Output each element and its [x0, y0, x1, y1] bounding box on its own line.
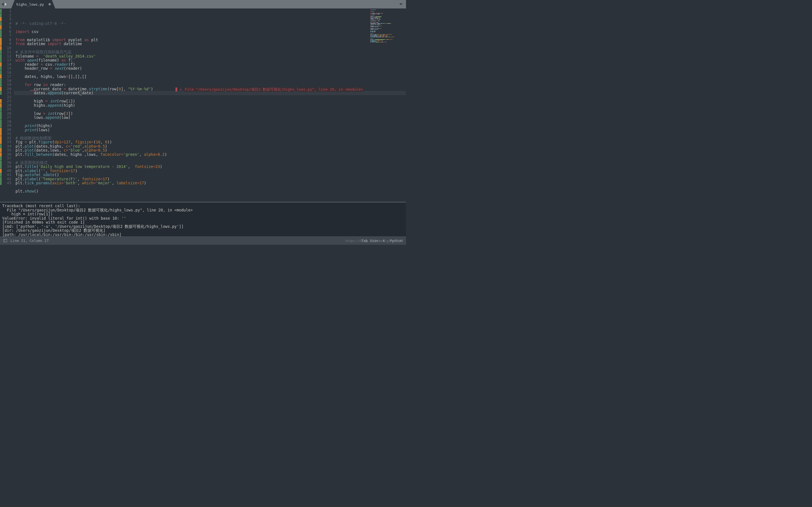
gutter[interactable]: 1234567891011121314151617181920212223242… [0, 8, 14, 202]
code-line[interactable]: from matplotlib import pyplot as plt [15, 38, 406, 42]
code-line[interactable]: low = int(row[3]) [15, 112, 406, 116]
gutter-line[interactable]: 29 [0, 124, 11, 128]
gutter-line[interactable]: 31 [0, 132, 11, 136]
code-line[interactable] [15, 95, 406, 99]
gutter-line[interactable]: 5 [0, 25, 11, 30]
code-line[interactable]: # 设置图形的格式 [15, 161, 406, 165]
gutter-line[interactable]: 34 [0, 144, 11, 149]
gutter-line[interactable]: 7 [0, 34, 11, 38]
gutter-line[interactable]: 8 [0, 38, 11, 42]
code-line[interactable]: for row in reader: [15, 83, 406, 87]
code-line[interactable] [15, 107, 406, 112]
gutter-line[interactable]: 4 [0, 21, 11, 26]
gutter-line[interactable]: 12 [0, 54, 11, 58]
status-position[interactable]: Line 21, Column 27 [10, 238, 49, 243]
code-area[interactable]: # -*- coding:utf-8 -*- import csv from m… [14, 8, 406, 202]
editor[interactable]: 1234567891011121314151617181920212223242… [0, 8, 406, 202]
gutter-line[interactable]: 19 [0, 83, 11, 87]
gutter-line[interactable]: 37 [0, 156, 11, 161]
code-line[interactable]: # 根据数据绘制图形 [15, 136, 406, 140]
code-line[interactable]: filename = 'death_valley_2014.csv' [15, 54, 406, 58]
code-line[interactable]: plt.title('Daily high and low temperatur… [15, 165, 406, 169]
code-line[interactable]: dates, highs, lows=[],[],[] [15, 74, 406, 79]
gutter-line[interactable]: 16 [0, 70, 11, 75]
code-line[interactable] [15, 25, 406, 30]
code-line[interactable]: lows.append(low) [15, 115, 406, 120]
token: [],[],[] [68, 74, 86, 79]
code-line[interactable]: print(lows) [15, 128, 406, 132]
file-tab[interactable]: highs_lows.py [11, 0, 55, 8]
nav-forward-icon[interactable] [5, 3, 7, 6]
token: (dates, highs ,lows, [52, 152, 101, 157]
code-line[interactable]: header_row = next(reader) [15, 66, 406, 70]
gutter-line[interactable]: 10 [0, 46, 11, 50]
code-line[interactable] [15, 70, 406, 75]
gutter-line[interactable]: 15 [0, 66, 11, 70]
code-line[interactable]: plt.tick_params(axis='both', which='majo… [15, 181, 406, 185]
panel-toggle-icon[interactable] [3, 239, 7, 242]
gutter-line[interactable]: 30 [0, 128, 11, 132]
gutter-line[interactable]: 40 [0, 169, 11, 173]
code-line[interactable]: reader = csv.reader(f) [15, 62, 406, 67]
token: csv [29, 30, 39, 34]
gutter-line[interactable]: 11 [0, 50, 11, 54]
code-line[interactable] [15, 79, 406, 83]
code-line[interactable]: plt.plot(dates,highs, c='red',alpha=0.5) [15, 144, 406, 149]
code-line[interactable] [15, 185, 406, 189]
gutter-line[interactable]: 23 [0, 99, 11, 103]
gutter-line[interactable]: 2 [0, 13, 11, 17]
gutter-line[interactable]: 42 [0, 177, 11, 181]
code-line[interactable]: # -*- coding:utf-8 -*- [15, 21, 406, 26]
gutter-line[interactable]: 20 [0, 87, 11, 91]
code-line[interactable]: plt.fill_between(dates, highs ,lows, fac… [15, 153, 406, 157]
code-line[interactable]: import csv [15, 30, 406, 34]
gutter-line[interactable]: 33 [0, 140, 11, 144]
gutter-line[interactable]: 39 [0, 165, 11, 169]
gutter-line[interactable]: 3 [0, 17, 11, 21]
code-line[interactable]: with open(filename) as f: [15, 58, 406, 62]
code-line[interactable]: print(highs) [15, 124, 406, 128]
code-line[interactable] [15, 46, 406, 50]
gutter-line[interactable]: 9 [0, 42, 11, 46]
gutter-line[interactable]: 25 [0, 107, 11, 112]
minimap[interactable] [369, 8, 406, 42]
nav-back-icon[interactable] [2, 3, 4, 6]
gutter-line[interactable]: 26 [0, 112, 11, 116]
gutter-line[interactable]: 36 [0, 153, 11, 157]
gutter-line[interactable]: 27 [0, 115, 11, 120]
gutter-line[interactable]: 43 [0, 181, 11, 185]
code-line[interactable]: plt.xlabel('', fontsize=17) [15, 169, 406, 173]
tab-dropdown-icon[interactable] [399, 3, 402, 5]
token: from [15, 42, 25, 46]
code-line[interactable]: # 从文件中获取日期和最高气温 [15, 50, 406, 54]
code-line[interactable]: plt.show() [15, 189, 406, 193]
code-line[interactable] [15, 34, 406, 38]
gutter-line[interactable]: 1 [0, 9, 11, 13]
code-line[interactable]: high = int(row[1]) [15, 99, 406, 103]
code-line[interactable] [15, 120, 406, 124]
gutter-line[interactable]: 13 [0, 58, 11, 62]
gutter-line[interactable]: 38 [0, 161, 11, 165]
token: , [112, 181, 116, 185]
code-line[interactable]: fig = plt.figure(dpi=127, figsize=(10, 6… [15, 140, 406, 144]
code-line[interactable]: highs.append(high) [15, 103, 406, 108]
gutter-line[interactable]: 35 [0, 148, 11, 153]
gutter-line[interactable]: 28 [0, 120, 11, 124]
gutter-line[interactable]: 22 [0, 95, 11, 99]
gutter-line[interactable]: 14 [0, 62, 11, 67]
code-line[interactable]: plt.ylabel('Temperature(F)', fontsize=17… [15, 177, 406, 181]
code-line[interactable]: from datetime import datetime [15, 42, 406, 46]
tab-dirty-icon[interactable] [49, 3, 51, 5]
gutter-line[interactable]: 6 [0, 30, 11, 34]
gutter-line[interactable]: 41 [0, 173, 11, 177]
gutter-line[interactable]: 17 [0, 74, 11, 79]
gutter-line[interactable]: 32 [0, 136, 11, 140]
gutter-line[interactable]: 24 [0, 103, 11, 108]
code-line[interactable] [15, 132, 406, 136]
code-line[interactable] [15, 156, 406, 161]
code-line[interactable]: fig.autofmt_xdate() [15, 173, 406, 177]
code-line[interactable]: plt.plot(dates,lows, c='blue',alpha=0.5) [15, 148, 406, 153]
gutter-line[interactable]: 21 [0, 91, 11, 95]
code-line[interactable] [15, 193, 406, 198]
gutter-line[interactable]: 18 [0, 79, 11, 83]
